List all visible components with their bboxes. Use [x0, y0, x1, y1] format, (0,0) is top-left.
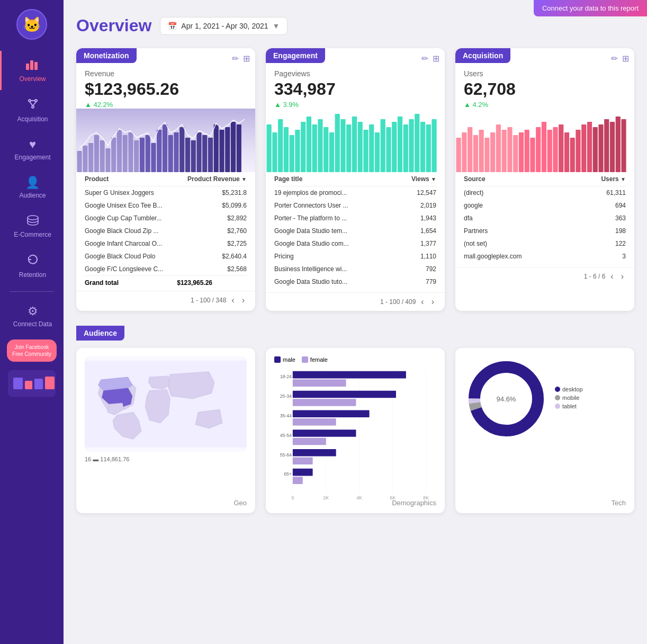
svg-point-11 — [28, 216, 38, 220]
svg-rect-99 — [581, 124, 586, 172]
svg-rect-128 — [293, 430, 356, 437]
svg-rect-102 — [598, 124, 603, 172]
svg-rect-50 — [284, 127, 289, 172]
svg-rect-126 — [293, 418, 336, 426]
svg-rect-75 — [426, 124, 431, 172]
female-dot — [302, 356, 308, 363]
table-row: Google Data Studio tuto...779 — [274, 275, 436, 288]
next-page-button[interactable]: › — [619, 271, 626, 282]
donut-legend: desktop mobile tablet — [555, 386, 583, 412]
edit-icon[interactable]: ✏ — [232, 53, 239, 64]
svg-rect-98 — [576, 130, 580, 172]
engagement-metric: Pageviews 334,987 3.9% — [266, 63, 445, 109]
sidebar-item-acquisition[interactable]: Acquisition — [0, 90, 64, 130]
svg-rect-104 — [610, 122, 615, 172]
svg-rect-80 — [473, 135, 478, 172]
svg-text:18-24: 18-24 — [280, 374, 292, 380]
svg-rect-40 — [202, 135, 207, 172]
svg-rect-44 — [225, 127, 230, 172]
svg-rect-47 — [267, 124, 272, 172]
demographics-label: Demographics — [392, 499, 436, 507]
prev-page-button[interactable]: ‹ — [419, 296, 426, 308]
svg-rect-26 — [123, 135, 128, 172]
tech-card: 94.6% desktop mobile table — [455, 348, 634, 513]
svg-rect-34 — [168, 135, 173, 172]
export-icon[interactable]: ⊞ — [433, 53, 439, 64]
edit-icon[interactable]: ✏ — [611, 53, 618, 64]
sidebar-item-label: Overview — [19, 75, 46, 83]
svg-text:2K: 2K — [323, 495, 329, 500]
connect-data-banner[interactable]: Connect your data to this report — [534, 0, 647, 16]
demo-legend: male female — [274, 356, 436, 363]
svg-line-10 — [33, 102, 36, 106]
promo-card — [8, 370, 56, 397]
sidebar-item-engagement[interactable]: ♥ Engagement — [0, 130, 64, 168]
next-page-button[interactable]: › — [429, 296, 436, 308]
monetization-pagination: 1 - 100 / 348 ‹ › — [76, 291, 255, 309]
svg-rect-3 — [30, 60, 33, 70]
table-row: Google Cup Cap Tumbler...$2,892 — [85, 212, 247, 225]
svg-rect-36 — [179, 127, 184, 172]
svg-rect-77 — [456, 138, 461, 172]
desktop-legend: desktop — [555, 386, 583, 392]
acquisition-chart — [455, 109, 634, 172]
prev-page-button[interactable]: ‹ — [608, 271, 615, 282]
svg-rect-89 — [525, 130, 529, 172]
svg-rect-48 — [272, 132, 277, 172]
svg-rect-92 — [542, 122, 546, 172]
date-picker[interactable]: 📅 Apr 1, 2021 - Apr 30, 2021 ▼ — [160, 17, 287, 35]
prev-page-button[interactable]: ‹ — [229, 294, 236, 306]
svg-rect-49 — [278, 119, 283, 172]
monetization-card: Monetization ✏ ⊞ Revenue $123,965.26 42.… — [76, 48, 255, 311]
svg-rect-64 — [363, 130, 368, 172]
sidebar-item-retention[interactable]: Retention — [0, 246, 64, 286]
female-legend: female — [302, 356, 328, 363]
svg-text:🐱: 🐱 — [23, 16, 41, 33]
svg-rect-81 — [479, 130, 484, 172]
sidebar-item-connect-data[interactable]: ⚙ Connect Data — [0, 297, 64, 335]
svg-rect-31 — [151, 143, 156, 172]
revenue-label: Revenue — [85, 69, 247, 78]
svg-rect-45 — [231, 122, 236, 172]
svg-rect-93 — [547, 130, 552, 172]
revenue-value: $123,965.26 — [85, 80, 247, 99]
svg-rect-100 — [587, 122, 592, 172]
svg-rect-32 — [157, 130, 161, 172]
edit-icon[interactable]: ✏ — [421, 53, 428, 64]
svg-rect-84 — [496, 124, 501, 172]
svg-rect-85 — [502, 130, 507, 172]
sidebar-item-label: E-Commerce — [14, 231, 51, 238]
page-title-col-header: Page title — [274, 172, 396, 186]
geo-card: 16 ▬ 114,861.76 Geo — [76, 348, 255, 513]
svg-text:0: 0 — [291, 495, 294, 500]
svg-rect-119 — [293, 371, 406, 379]
svg-rect-58 — [329, 132, 334, 172]
svg-rect-132 — [293, 458, 313, 465]
sidebar-item-ecommerce[interactable]: E-Commerce — [0, 207, 64, 246]
revenue-change: 42.2% — [85, 101, 247, 109]
sidebar-item-overview[interactable]: Overview — [0, 51, 64, 90]
svg-rect-73 — [415, 114, 419, 172]
svg-rect-69 — [392, 122, 397, 172]
svg-rect-97 — [570, 138, 575, 172]
page-header: Overview 📅 Apr 1, 2021 - Apr 30, 2021 ▼ — [76, 16, 634, 35]
svg-rect-4 — [34, 62, 38, 70]
monetization-badge: Monetization — [76, 48, 137, 63]
demographics-chart: 02K4K6K8K18-2425-3435-4445-5455-6465+ — [274, 367, 436, 505]
sidebar-item-audience[interactable]: 👤 Audience — [0, 168, 64, 207]
svg-rect-76 — [432, 119, 436, 172]
next-page-button[interactable]: › — [240, 294, 247, 306]
table-row: (not set)122 — [464, 237, 626, 250]
table-row: Google Infant Charcoal O...$2,725 — [85, 237, 247, 250]
export-icon[interactable]: ⊞ — [622, 53, 629, 64]
svg-rect-78 — [462, 132, 466, 172]
svg-rect-131 — [293, 449, 336, 457]
table-row: Google Data Studio com...1,377 — [274, 237, 436, 250]
refresh-icon — [26, 253, 39, 269]
join-facebook-button[interactable]: Join Facebook Free Community — [7, 339, 57, 362]
sidebar-item-label: Retention — [19, 271, 46, 279]
users-value: 62,708 — [464, 80, 626, 99]
export-icon[interactable]: ⊞ — [243, 53, 250, 64]
sidebar: 🐱 Overview Acquisition ♥ Engagement 👤 Au… — [0, 0, 64, 644]
acquisition-pagination: 1 - 6 / 6 ‹ › — [455, 267, 634, 285]
